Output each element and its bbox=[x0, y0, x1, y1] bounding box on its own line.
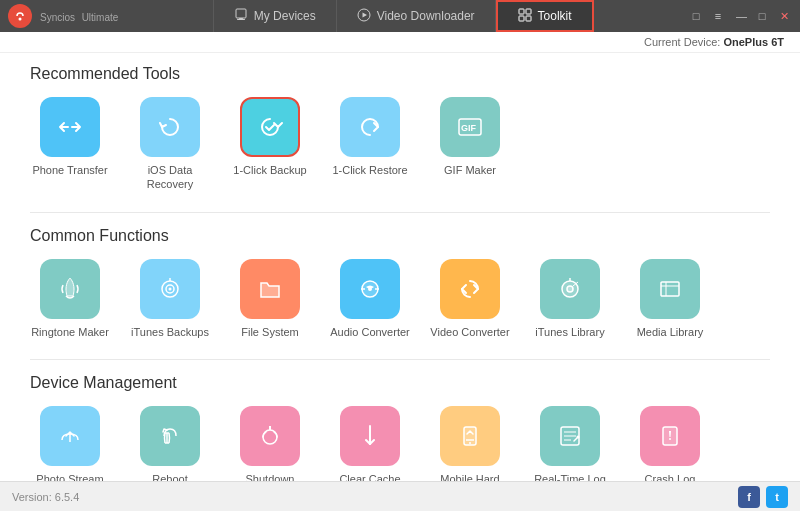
gif-maker-label: GIF Maker bbox=[444, 163, 496, 177]
nav-my-devices[interactable]: My Devices bbox=[213, 0, 337, 32]
tool-media-library[interactable]: Media Library bbox=[630, 259, 710, 339]
svg-rect-7 bbox=[519, 9, 524, 14]
svg-rect-10 bbox=[526, 16, 531, 21]
itunes-library-label: iTunes Library bbox=[535, 325, 604, 339]
app-name: Syncios Ultimate bbox=[40, 9, 118, 24]
recommended-section: Recommended Tools Phone Transfer bbox=[30, 65, 770, 192]
tool-itunes-library[interactable]: iTunes Library bbox=[530, 259, 610, 339]
restore-btn[interactable]: — bbox=[732, 8, 748, 24]
footer: Version: 6.5.4 f t bbox=[0, 481, 800, 511]
svg-text:GIF: GIF bbox=[461, 123, 477, 133]
social-links: f t bbox=[738, 486, 788, 508]
tool-mobile-hard-disk[interactable]: Mobile Hard Disk bbox=[430, 406, 510, 481]
svg-point-15 bbox=[169, 287, 172, 290]
gif-icon-wrap: GIF bbox=[440, 97, 500, 157]
tool-gif-maker[interactable]: GIF GIF Maker bbox=[430, 97, 510, 192]
crash-log-label: Crash Log bbox=[645, 472, 696, 481]
svg-point-1 bbox=[19, 18, 22, 21]
svg-rect-23 bbox=[661, 282, 679, 296]
nav-bar: My Devices Video Downloader bbox=[118, 0, 688, 32]
phone-transfer-icon-wrap bbox=[40, 97, 100, 157]
recommended-tools-row: Phone Transfer iOS Data Recovery bbox=[30, 97, 770, 192]
maximize-btn[interactable]: □ bbox=[754, 8, 770, 24]
file-system-icon-wrap bbox=[240, 259, 300, 319]
photo-stream-label: Photo Stream bbox=[36, 472, 103, 481]
video-icon-wrap bbox=[440, 259, 500, 319]
photo-stream-icon-wrap bbox=[40, 406, 100, 466]
svg-rect-8 bbox=[526, 9, 531, 14]
svg-rect-2 bbox=[236, 9, 246, 18]
tool-audio-converter[interactable]: Audio Converter bbox=[330, 259, 410, 339]
version-text: Version: 6.5.4 bbox=[12, 491, 79, 503]
minimize-btn[interactable]: □ bbox=[688, 8, 704, 24]
tool-ios-recovery[interactable]: iOS Data Recovery bbox=[130, 97, 210, 192]
tool-crash-log[interactable]: Crash Log bbox=[630, 406, 710, 481]
common-tools-row: Ringtone Maker iTunes Backups bbox=[30, 259, 770, 339]
tool-video-converter[interactable]: Video Converter bbox=[430, 259, 510, 339]
svg-point-44 bbox=[669, 438, 671, 440]
nav-toolkit[interactable]: Toolkit bbox=[496, 0, 594, 32]
itunes-backups-label: iTunes Backups bbox=[131, 325, 209, 339]
tool-reboot[interactable]: Reboot bbox=[130, 406, 210, 481]
realtime-log-label: Real-Time Log bbox=[534, 472, 606, 481]
media-library-icon-wrap bbox=[640, 259, 700, 319]
divider-1 bbox=[30, 212, 770, 213]
ios-recovery-icon-wrap bbox=[140, 97, 200, 157]
svg-point-37 bbox=[469, 442, 471, 444]
audio-converter-label: Audio Converter bbox=[330, 325, 410, 339]
devices-icon bbox=[234, 8, 248, 25]
title-bar: Syncios Ultimate My Devices bbox=[0, 0, 800, 32]
device-name: OnePlus 6T bbox=[723, 36, 784, 48]
clear-cache-label: Clear Cache bbox=[339, 472, 400, 481]
tool-clear-cache[interactable]: Clear Cache bbox=[330, 406, 410, 481]
shutdown-label: Shutdown bbox=[246, 472, 295, 481]
menu-btn[interactable]: ≡ bbox=[710, 8, 726, 24]
audio-icon-wrap bbox=[340, 259, 400, 319]
media-library-label: Media Library bbox=[637, 325, 704, 339]
ringtone-icon-wrap bbox=[40, 259, 100, 319]
tool-itunes-backups[interactable]: iTunes Backups bbox=[130, 259, 210, 339]
toolkit-icon bbox=[518, 8, 532, 25]
backup-label: 1-Click Backup bbox=[233, 163, 306, 177]
svg-point-42 bbox=[577, 435, 580, 438]
backup-icon-wrap bbox=[240, 97, 300, 157]
svg-rect-4 bbox=[237, 19, 245, 20]
window-controls: □ ≡ — □ ✕ bbox=[688, 8, 792, 25]
facebook-btn[interactable]: f bbox=[738, 486, 760, 508]
app-logo bbox=[8, 4, 32, 28]
device-management-title: Device Management bbox=[30, 374, 770, 392]
tool-photo-stream[interactable]: Photo Stream bbox=[30, 406, 110, 481]
tool-realtime-log[interactable]: Real-Time Log bbox=[530, 406, 610, 481]
clear-cache-icon-wrap bbox=[340, 406, 400, 466]
mobile-hard-disk-icon-wrap bbox=[440, 406, 500, 466]
svg-point-0 bbox=[13, 9, 27, 23]
content-area: Recommended Tools Phone Transfer bbox=[0, 53, 800, 481]
device-management-section: Device Management Photo Stream bbox=[30, 374, 770, 481]
tool-1click-backup[interactable]: 1-Click Backup bbox=[230, 97, 310, 192]
reboot-label: Reboot bbox=[152, 472, 187, 481]
tool-shutdown[interactable]: Shutdown bbox=[230, 406, 310, 481]
twitter-btn[interactable]: t bbox=[766, 486, 788, 508]
restore-icon-wrap bbox=[340, 97, 400, 157]
svg-point-20 bbox=[567, 286, 573, 292]
nav-video-downloader[interactable]: Video Downloader bbox=[337, 0, 496, 32]
tool-file-system[interactable]: File System bbox=[230, 259, 310, 339]
crash-log-icon-wrap bbox=[640, 406, 700, 466]
shutdown-icon-wrap bbox=[240, 406, 300, 466]
divider-2 bbox=[30, 359, 770, 360]
file-system-label: File System bbox=[241, 325, 298, 339]
realtime-log-icon-wrap bbox=[540, 406, 600, 466]
common-title: Common Functions bbox=[30, 227, 770, 245]
close-btn[interactable]: ✕ bbox=[776, 8, 792, 25]
device-tools-row: Photo Stream bbox=[30, 406, 770, 481]
tool-ringtone[interactable]: Ringtone Maker bbox=[30, 259, 110, 339]
ios-recovery-label: iOS Data Recovery bbox=[130, 163, 210, 192]
mobile-hard-disk-label: Mobile Hard Disk bbox=[430, 472, 510, 481]
svg-rect-9 bbox=[519, 16, 524, 21]
tool-1click-restore[interactable]: 1-Click Restore bbox=[330, 97, 410, 192]
svg-marker-6 bbox=[362, 12, 367, 17]
svg-point-18 bbox=[368, 287, 372, 291]
tool-phone-transfer[interactable]: Phone Transfer bbox=[30, 97, 110, 192]
ringtone-label: Ringtone Maker bbox=[31, 325, 109, 339]
reboot-icon-wrap bbox=[140, 406, 200, 466]
